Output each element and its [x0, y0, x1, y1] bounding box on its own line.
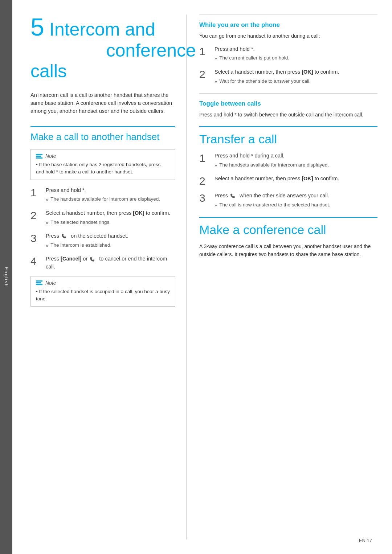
step-item: 1 Press and hold *. » The current caller… [199, 45, 377, 63]
transfer-section: Transfer a call 1 Press and hold * durin… [199, 126, 377, 210]
note-box-1: Note • If the base station only has 2 re… [30, 149, 175, 180]
while-on-phone-intro: You can go from one handset to another d… [199, 32, 377, 40]
make-call-divider [30, 126, 175, 127]
step-sub-text: The handsets available for intercom are … [219, 161, 329, 169]
chevron-icon: » [46, 242, 48, 249]
step-item: 3 Press when the other side answers your… [199, 192, 377, 210]
note-header-1: Note [36, 153, 170, 159]
step-sub-text: Wait for the other side to answer your c… [219, 78, 311, 85]
chevron-icon: » [215, 162, 217, 169]
chapter-intro: An intercom call is a call to another ha… [30, 91, 175, 115]
step-number: 2 [30, 209, 46, 221]
page-footer: EN 17 [359, 538, 372, 543]
note-icon-1 [36, 154, 42, 159]
step-content: Press on the selected handset. » The int… [46, 232, 175, 250]
step-item: 1 Press and hold * during a call. » The … [199, 152, 377, 170]
step-content: Select a handset number, then press [OK]… [215, 175, 377, 183]
toggle-heading: Toggle between calls [199, 99, 377, 107]
step-number: 1 [199, 45, 215, 57]
while-on-phone-heading: While you are on the phone [199, 20, 377, 29]
note-header-2: Note [36, 280, 170, 286]
step-content: Press and hold *. » The handsets availab… [46, 186, 175, 204]
step-content: Press [Cancel] or to cancel or end the i… [46, 255, 175, 271]
note-text-2: • If the selected handset is occupied in… [36, 288, 170, 303]
step-number: 4 [30, 255, 46, 267]
step-sub-text: The intercom is established. [50, 242, 111, 249]
phone-end-icon [90, 257, 97, 262]
step-sub: » The handsets available for intercom ar… [46, 196, 175, 203]
step-content: Select a handset number, then press [OK]… [215, 68, 377, 86]
left-column: 5 Intercom and conference calls An inter… [12, 15, 187, 539]
step-sub: » The handsets available for intercom ar… [215, 161, 377, 169]
transfer-divider [199, 126, 377, 127]
conference-divider [199, 217, 377, 218]
note-text-1: • If the base station only has 2 registe… [36, 161, 170, 176]
note-box-2: Note • If the selected handset is occupi… [30, 276, 175, 307]
phone-call-icon [61, 234, 69, 239]
step-number: 3 [199, 192, 215, 204]
step-number: 2 [199, 68, 215, 80]
step-sub-text: The call is now transferred to the selec… [219, 201, 330, 209]
chapter-heading: 5 Intercom and conference calls [30, 15, 175, 82]
step-sub-text: The handsets available for intercom are … [50, 196, 160, 203]
chevron-icon: » [46, 196, 48, 203]
right-column: While you are on the phone You can go fr… [187, 15, 392, 539]
while-divider [199, 15, 377, 15]
step-number: 3 [30, 232, 46, 244]
chevron-icon: » [215, 78, 217, 85]
chevron-icon: » [215, 202, 217, 209]
transfer-heading: Transfer a call [199, 132, 377, 146]
transfer-steps: 1 Press and hold * during a call. » The … [199, 152, 377, 210]
step-item: 2 Select a handset number, then press [O… [30, 209, 175, 227]
page-number: EN 17 [359, 538, 372, 543]
step-sub: » The call is now transferred to the sel… [215, 201, 377, 209]
step-content: Press and hold *. » The current caller i… [215, 45, 377, 63]
step-content: Press and hold * during a call. » The ha… [215, 152, 377, 170]
step-item: 2 Select a handset number, then press [O… [199, 175, 377, 187]
step-item: 2 Select a handset number, then press [O… [199, 68, 377, 86]
step-number: 2 [199, 175, 215, 187]
step-item: 1 Press and hold *. » The handsets avail… [30, 186, 175, 204]
step-number: 1 [199, 152, 215, 164]
make-call-steps: 1 Press and hold *. » The handsets avail… [30, 186, 175, 271]
step-sub: » Wait for the other side to answer your… [215, 78, 377, 85]
toggle-text: Press and hold * to switch between the o… [199, 111, 377, 119]
chevron-icon: » [46, 219, 48, 226]
step-content: Select a handset number, then press [OK]… [46, 209, 175, 227]
note-label-1: Note [45, 153, 56, 159]
step-content: Press when the other side answers your c… [215, 192, 377, 210]
step-sub: » The intercom is established. [46, 242, 175, 249]
step-sub-text: The current caller is put on hold. [219, 54, 289, 62]
while-steps: 1 Press and hold *. » The current caller… [199, 45, 377, 86]
note-label-2: Note [45, 280, 56, 286]
phone-end-icon-transfer [230, 193, 237, 198]
chevron-icon: » [215, 55, 217, 62]
toggle-section: Toggle between calls Press and hold * to… [199, 93, 377, 119]
note-icon-2 [36, 280, 42, 285]
step-number: 1 [30, 186, 46, 198]
toggle-divider [199, 93, 377, 94]
step-sub: » The selected handset rings. [46, 219, 175, 226]
make-call-heading: Make a call to another handset [30, 131, 175, 143]
step-item: 4 Press [Cancel] or to cancel or end the… [30, 255, 175, 271]
conference-heading: Make a conference call [199, 223, 377, 237]
side-tab-label: English [4, 267, 9, 287]
chapter-title-line1: Intercom and conference calls [30, 19, 196, 81]
step-item: 3 Press on the selected handset. » The i… [30, 232, 175, 250]
step-sub: » The current caller is put on hold. [215, 54, 377, 62]
conference-intro: A 3-way conference call is a call betwee… [199, 243, 377, 258]
side-tab: English [0, 0, 12, 554]
while-on-phone-section: While you are on the phone You can go fr… [199, 15, 377, 86]
conference-section: Make a conference call A 3-way conferenc… [199, 217, 377, 258]
chapter-number: 5 [30, 13, 44, 41]
step-sub-text: The selected handset rings. [50, 219, 111, 226]
